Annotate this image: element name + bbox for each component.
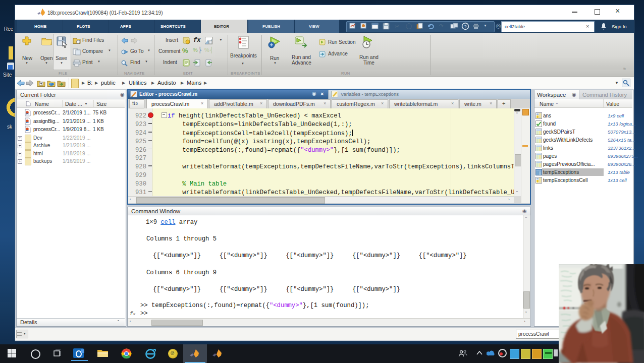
svg-text:?: ? — [464, 24, 466, 29]
